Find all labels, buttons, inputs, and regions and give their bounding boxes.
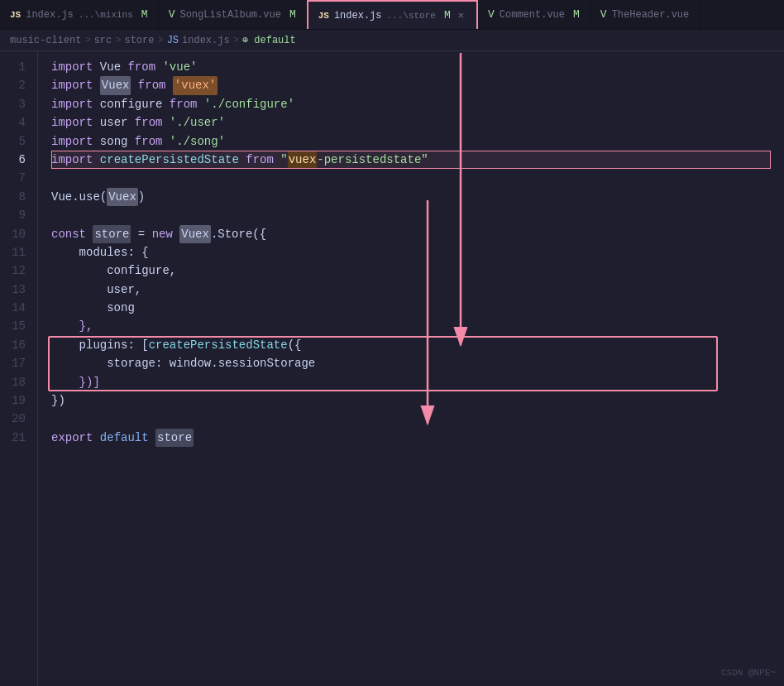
tab-label: SongListAlbum.vue [179,9,280,21]
ln-10: 10 [0,225,26,243]
tab-close-button[interactable]: ✕ [456,7,466,23]
crumb-store: store [124,35,154,46]
code-line-7 [51,169,771,187]
code-line-14: song [51,299,771,317]
code-line-13: user, [51,281,771,299]
ln-21: 21 [0,429,26,447]
breadcrumb: music-client > src > store > JS index.js… [0,30,784,51]
vue-icon: V [600,8,607,21]
code-line-16: plugins: [createPersistedState({ [51,336,771,354]
code-line-18: })] [51,373,771,391]
crumb-index: index.js [182,35,230,46]
vue-icon: V [169,8,175,21]
code-content[interactable]: import Vue from 'vue' import Vuex from '… [38,51,784,686]
crumb-js-badge: JS [167,35,179,46]
code-line-15: }, [51,317,771,335]
tab-index-mixins[interactable]: JS index.js ...\mixins M [0,0,159,29]
crumb-src: src [94,35,112,46]
ln-3: 3 [0,95,26,113]
code-line-19: }) [51,391,771,410]
code-line-9 [51,206,771,224]
code-line-10: const store = new Vuex.Store({ [51,225,771,243]
ln-6: 6 [0,151,26,169]
tab-modified-indicator: M [444,9,451,22]
code-line-5: import song from './song' [51,132,771,151]
ln-8: 8 [0,188,26,206]
ln-17: 17 [0,354,26,372]
ln-2: 2 [0,76,26,94]
code-line-6: import createPersistedState from "vuex-p… [51,151,771,169]
ln-9: 9 [0,206,26,224]
tab-label: index.js [334,10,382,22]
code-line-11: modules: { [51,243,771,261]
code-line-12: configure, [51,261,771,280]
code-line-1: import Vue from 'vue' [51,58,771,76]
ln-16: 16 [0,336,26,354]
tab-modified-indicator: M [141,8,148,21]
js-icon: JS [318,11,329,21]
ln-19: 19 [0,391,26,410]
ln-4: 4 [0,113,26,132]
ln-13: 13 [0,281,26,299]
tab-index-store[interactable]: JS index.js ...\store M ✕ [307,0,478,29]
tab-sublabel: ...\mixins [79,10,133,20]
tab-modified-indicator: M [573,8,580,21]
crumb-music-client: music-client [10,35,81,46]
vue-icon: V [488,8,495,21]
tab-label: index.js [26,9,74,21]
tab-theheader[interactable]: V TheHeader.vue [590,0,700,29]
tab-bar: JS index.js ...\mixins M V SongListAlbum… [0,0,784,30]
tab-label: Comment.vue [500,9,565,21]
tab-sublabel: ...\store [387,11,436,21]
code-line-4: import user from './user' [51,113,771,132]
ln-18: 18 [0,373,26,391]
ln-15: 15 [0,317,26,335]
code-line-2: import Vuex from 'vuex' [51,76,771,94]
code-line-21: export default store [51,429,771,447]
tab-songlistalbum[interactable]: V SongListAlbum.vue M [159,0,307,29]
ln-7: 7 [0,169,26,187]
code-editor: 1 2 3 4 5 6 7 8 9 10 11 12 13 14 15 16 1… [0,51,784,686]
code-line-17: storage: window.sessionStorage [51,354,771,372]
line-numbers: 1 2 3 4 5 6 7 8 9 10 11 12 13 14 15 16 1… [0,51,38,686]
code-line-3: import configure from './configure' [51,95,771,113]
ln-1: 1 [0,58,26,76]
code-line-20 [51,410,771,428]
crumb-default: ⊕ default [242,34,296,46]
watermark: CSDN @NPE~ [721,666,776,681]
js-icon: JS [10,10,21,20]
ln-14: 14 [0,299,26,317]
code-line-8: Vue.use(Vuex) [51,188,771,206]
tab-comment[interactable]: V Comment.vue M [478,0,590,29]
tab-label: TheHeader.vue [612,9,690,21]
ln-12: 12 [0,261,26,280]
tab-modified-indicator: M [289,8,296,21]
ln-11: 11 [0,243,26,261]
ln-5: 5 [0,132,26,151]
ln-20: 20 [0,410,26,428]
